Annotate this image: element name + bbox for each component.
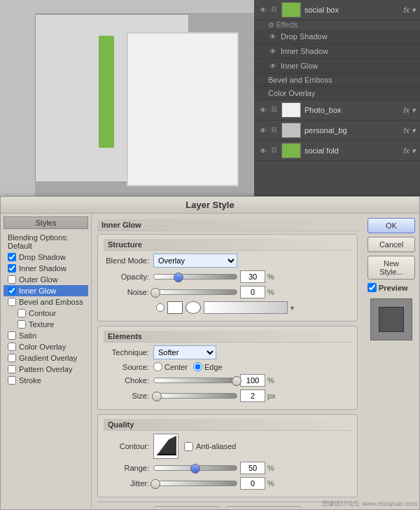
size-slider[interactable] [153,393,237,399]
choke-input[interactable] [240,374,265,387]
sidebar-item-inner-glow[interactable]: Inner Glow [4,285,88,296]
satin-checkbox[interactable] [8,331,16,340]
reset-to-default-button[interactable]: Reset to Default [225,506,302,508]
make-default-button[interactable]: Make Default [153,506,220,508]
visibility-icon[interactable]: 👁 [258,125,268,135]
color-overlay-checkbox[interactable] [8,343,16,351]
solid-color-radio[interactable] [156,303,164,312]
size-slider-thumb[interactable] [152,392,162,401]
white-panel [127,32,239,186]
opacity-slider[interactable] [153,274,237,280]
visibility-icon[interactable]: 👁 [258,146,268,156]
effect-name: Bevel and Emboss [268,76,332,84]
range-input[interactable] [240,462,265,474]
effect-row-bevel[interactable]: Bevel and Emboss [254,74,420,87]
sidebar-item-gradient-overlay[interactable]: Gradient Overlay [4,352,88,364]
chain-icon: ⛓ [271,126,279,135]
opacity-slider-thumb[interactable] [174,273,183,282]
bevel-checkbox[interactable] [8,298,16,306]
chain-icon: ⛓ [271,106,279,114]
range-slider-thumb[interactable] [190,464,200,474]
color-swatch[interactable] [167,301,183,314]
preview-box [370,298,412,340]
effect-visibility[interactable]: 👁 [268,61,278,71]
inner-glow-checkbox[interactable] [8,287,16,295]
preview-checkbox[interactable] [368,283,377,292]
drop-shadow-checkbox[interactable] [8,253,16,261]
contour-preview[interactable] [153,434,178,459]
gradient-arrow[interactable]: ▾ [290,304,294,312]
visibility-icon[interactable]: 👁 [258,5,268,15]
sidebar-item-inner-shadow[interactable]: Inner Shadow [4,263,88,274]
source-edge-label[interactable]: Edge [193,362,223,371]
layer-row[interactable]: 👁 ⛓ social box fx ▾ [254,0,420,20]
noise-input[interactable] [240,286,265,298]
sidebar-item-stroke[interactable]: Stroke [4,375,88,386]
size-input[interactable] [240,390,265,402]
sidebar-item-outer-glow[interactable]: Outer Glow [4,274,88,285]
stroke-checkbox[interactable] [8,376,16,385]
noise-slider-thumb[interactable] [150,288,160,298]
technique-select[interactable]: Softer Precise [153,345,216,359]
gradient-overlay-checkbox[interactable] [8,354,16,362]
jitter-slider-thumb[interactable] [150,479,160,489]
layer-row[interactable]: 👁 ⛓ Photo_box fx ▾ [254,100,420,120]
effect-visibility[interactable]: 👁 [268,46,278,56]
outer-glow-checkbox[interactable] [8,275,16,284]
source-center-text: Center [164,363,188,371]
sidebar-item-drop-shadow[interactable]: Drop Shadow [4,251,88,263]
sidebar-item-texture[interactable]: Texture [4,319,88,330]
effect-row-color-overlay[interactable]: Color Overlay [254,87,420,100]
sidebar-item-contour[interactable]: Contour [4,308,88,319]
jitter-input[interactable] [240,477,265,490]
range-slider[interactable] [153,465,237,471]
jitter-unit: % [267,479,274,488]
contour-checkbox[interactable] [18,309,26,317]
dialog-title: Layer Style [186,200,234,210]
contour-row: Contour: Anti-aliased [104,434,351,459]
source-edge-radio[interactable] [193,362,202,371]
jitter-slider[interactable] [153,481,237,486]
anti-aliased-label[interactable]: Anti-aliased [184,442,236,451]
elements-section: Elements Technique: Softer Precise Sourc… [97,326,358,410]
opacity-input[interactable] [240,270,265,283]
effect-row-inner-glow[interactable]: 👁 Inner Glow [254,59,420,74]
layer-name: social box [304,6,403,14]
visibility-icon[interactable]: 👁 [258,105,268,115]
technique-label: Technique: [104,348,149,357]
sidebar-item-pattern-overlay[interactable]: Pattern Overlay [4,364,88,375]
choke-label: Choke: [104,376,149,385]
effect-row-drop-shadow[interactable]: 👁 Drop Shadow [254,29,420,44]
sidebar-item-satin[interactable]: Satin [4,330,88,341]
layer-row[interactable]: 👁 ⛓ personal_bg fx ▾ [254,120,420,141]
effect-visibility[interactable]: 👁 [268,32,278,41]
preview-label[interactable]: Preview [368,283,415,292]
layer-row[interactable]: 👁 ⛓ social fold fx ▾ [254,141,420,161]
blend-mode-select[interactable]: Overlay Normal Screen [153,254,237,268]
source-center-label[interactable]: Center [153,362,188,371]
elements-header: Elements [104,331,351,343]
inner-shadow-checkbox[interactable] [8,264,16,273]
sidebar-item-bevel[interactable]: Bevel and Emboss [4,296,88,308]
effects-label: ⚙ Effects [254,20,420,29]
texture-checkbox[interactable] [18,320,26,329]
anti-aliased-checkbox[interactable] [184,442,193,451]
sidebar-item-color-overlay[interactable]: Color Overlay [4,341,88,352]
source-center-radio[interactable] [153,362,162,371]
ok-button[interactable]: OK [368,218,415,233]
noise-slider[interactable] [153,289,237,295]
gradient-preview[interactable] [204,301,288,314]
sidebar-item-blending[interactable]: Blending Options: Default [4,232,88,251]
pattern-overlay-checkbox[interactable] [8,365,16,373]
circle-option[interactable] [186,301,201,314]
color-row: ▾ [104,301,351,314]
new-style-button[interactable]: New Style... [368,256,415,280]
source-radio-group: Center Edge [153,362,223,371]
contour-line-graphic [157,436,176,455]
choke-slider[interactable] [153,378,237,383]
choke-slider-thumb[interactable] [232,376,241,386]
choke-row: Choke: % [104,374,351,387]
effect-row-inner-shadow[interactable]: 👁 Inner Shadow [254,44,420,59]
inner-glow-section-header: Inner Glow [97,219,358,231]
cancel-button[interactable]: Cancel [368,237,415,252]
